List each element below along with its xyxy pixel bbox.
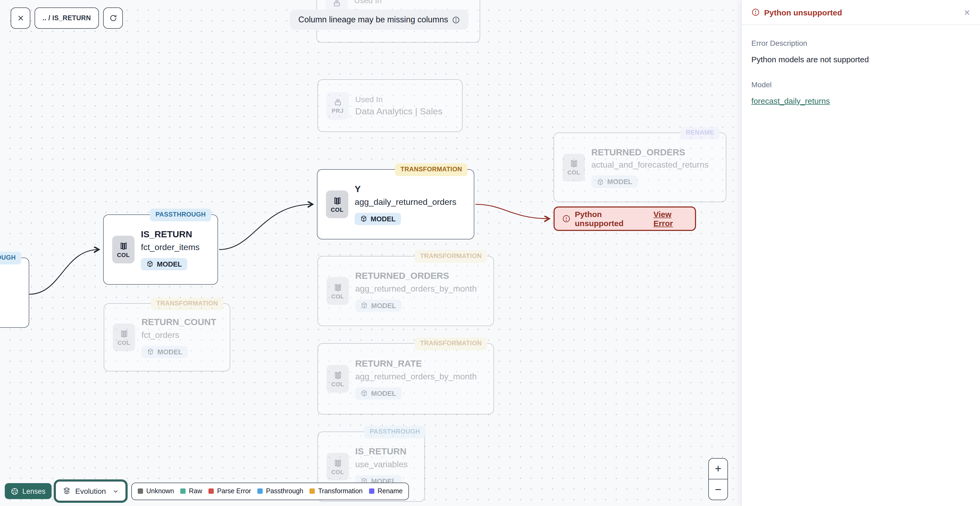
lenses-aperture-icon (11, 487, 19, 495)
legend-swatch (181, 488, 186, 494)
node-y-agg-daily-returned-orders[interactable]: TRANSFORMATION COL Y agg_daily_returned_… (317, 169, 474, 239)
node-title: IS_RETURN (355, 446, 407, 458)
node-returned-orders-by-month[interactable]: TRANSFORMATION COL RETURNED_ORDERS agg_r… (317, 256, 494, 326)
legend-item-parse-error: Parse Error (209, 487, 251, 495)
model-chip: MODEL (355, 387, 401, 399)
legend-item-raw: Raw (181, 487, 202, 495)
node-type-label: COL (567, 169, 580, 176)
edge-y-to-error (476, 204, 549, 219)
legend-item-rename: Rename (369, 487, 403, 495)
col-icon-block: COL (563, 153, 585, 181)
legend-swatch (209, 488, 214, 494)
lenses-label: Lenses (22, 487, 46, 495)
legend-swatch (138, 488, 143, 494)
bottom-bar: Lenses Evolution Unknown Raw Parse Error… (5, 481, 409, 501)
cube-icon (361, 302, 368, 309)
legend-swatch (310, 488, 315, 494)
column-icon (332, 196, 342, 205)
lens-badge-transformation: TRANSFORMATION (415, 250, 487, 263)
evolution-label: Evolution (75, 487, 106, 495)
node-type-label: COL (331, 206, 344, 212)
error-description-value: Python models are not supported (751, 55, 970, 64)
legend-item-passthrough: Passthrough (257, 487, 303, 495)
edge-is-return-to-y (219, 204, 313, 249)
legend-swatch (369, 488, 374, 494)
missing-columns-tooltip: Column lineage may be missing columns (290, 10, 468, 30)
zoom-out-button[interactable]: − (709, 479, 727, 500)
node-title: IS_RETURN (141, 229, 200, 241)
zoom-in-button[interactable]: + (709, 459, 727, 479)
node-return-count[interactable]: TRANSFORMATION COL RETURN_COUNT fct_orde… (104, 303, 230, 371)
node-is-return-upstream-cut[interactable]: PASSTHROUGH IS_RETURN order_items MODEL (0, 257, 29, 328)
edge-order-items-to-is-return (29, 249, 99, 294)
node-title: Used In (355, 94, 442, 104)
breadcrumb[interactable]: .. / IS_RETURN (35, 8, 99, 29)
node-subtitle: agg_returned_orders_by_month (355, 283, 477, 295)
column-icon (333, 370, 342, 380)
error-node-python-unsupported[interactable]: Python unsupported View Error (554, 206, 696, 231)
evolution-lens-dropdown[interactable]: Evolution (55, 481, 126, 501)
refresh-icon (109, 14, 117, 22)
node-type-label: COL (331, 293, 344, 299)
model-chip: MODEL (142, 346, 188, 358)
node-subtitle: fct_order_items (141, 242, 200, 253)
node-type-label: COL (331, 381, 344, 387)
close-lineage-button[interactable] (11, 8, 30, 29)
alert-circle-icon (751, 8, 760, 16)
legend-item-unknown: Unknown (138, 487, 174, 495)
lens-badge-passthrough: PASSTHROUGH (150, 209, 211, 221)
node-returned-orders-rename[interactable]: RENAME COL RETURNED_ORDERS actual_and_fo… (554, 132, 726, 202)
app-root: PRJ Used In Data Analytics | Marketing P… (0, 0, 980, 506)
legend-item-transformation: Transformation (310, 487, 363, 495)
prj-icon-block: PRJ (326, 92, 349, 120)
node-title: RETURNED_ORDERS (591, 147, 708, 158)
node-title: RETURN_COUNT (142, 317, 216, 328)
error-description-label: Error Description (751, 39, 970, 47)
node-title: Y (355, 184, 457, 195)
model-chip: MODEL (141, 258, 187, 270)
panel-body: Error Description Python models are not … (742, 25, 980, 120)
legend-swatch (257, 488, 262, 494)
lens-legend: Unknown Raw Parse Error Passthrough Tran… (131, 482, 409, 500)
panel-close-icon[interactable]: ✕ (964, 8, 970, 16)
node-subtitle: actual_and_forecasted_returns (591, 160, 708, 171)
zoom-controls: + − (708, 458, 728, 500)
col-icon-block: COL (326, 277, 349, 305)
close-icon (16, 14, 25, 22)
model-group: Model forecast_daily_returns (751, 80, 970, 106)
refresh-button[interactable] (103, 8, 123, 29)
error-description-group: Error Description Python models are not … (751, 39, 970, 64)
lens-badge-transformation: TRANSFORMATION (395, 163, 468, 176)
model-link[interactable]: forecast_daily_returns (751, 96, 830, 105)
cube-icon (147, 348, 154, 356)
lens-badge-transformation: TRANSFORMATION (415, 337, 487, 350)
model-chip: MODEL (591, 176, 638, 188)
column-icon (569, 159, 578, 168)
tooltip-text: Column lineage may be missing columns (298, 15, 448, 24)
lenses-button[interactable]: Lenses (5, 483, 51, 499)
col-icon-block: COL (113, 324, 135, 351)
lens-badge-passthrough: PASSTHROUGH (364, 426, 425, 438)
cube-icon (361, 389, 368, 397)
alert-circle-icon (562, 214, 571, 223)
node-title: RETURN_RATE (355, 358, 477, 370)
col-icon-block: COL (326, 365, 349, 393)
info-icon[interactable] (452, 16, 460, 24)
node-is-return-fct-order-items[interactable]: PASSTHROUGH COL IS_RETURN fct_order_item… (103, 214, 218, 285)
node-return-rate[interactable]: TRANSFORMATION COL RETURN_RATE agg_retur… (317, 343, 494, 415)
lens-badge-transformation: TRANSFORMATION (151, 297, 223, 310)
column-icon (333, 283, 342, 292)
lens-badge-rename: RENAME (681, 127, 719, 139)
node-subtitle: fct_orders (142, 330, 216, 341)
node-used-in-sales[interactable]: PRJ Used In Data Analytics | Sales (317, 79, 463, 132)
cube-icon (360, 215, 368, 222)
node-subtitle: agg_daily_returned_orders (355, 196, 457, 208)
canvas-toolbar: .. / IS_RETURN (11, 8, 123, 29)
col-icon-block: COL (326, 453, 349, 480)
view-error-link[interactable]: View Error (654, 210, 687, 228)
project-icon (332, 0, 341, 8)
column-icon (119, 241, 128, 251)
model-chip: MODEL (355, 212, 401, 225)
model-label: Model (751, 80, 970, 89)
cube-icon (597, 178, 604, 185)
